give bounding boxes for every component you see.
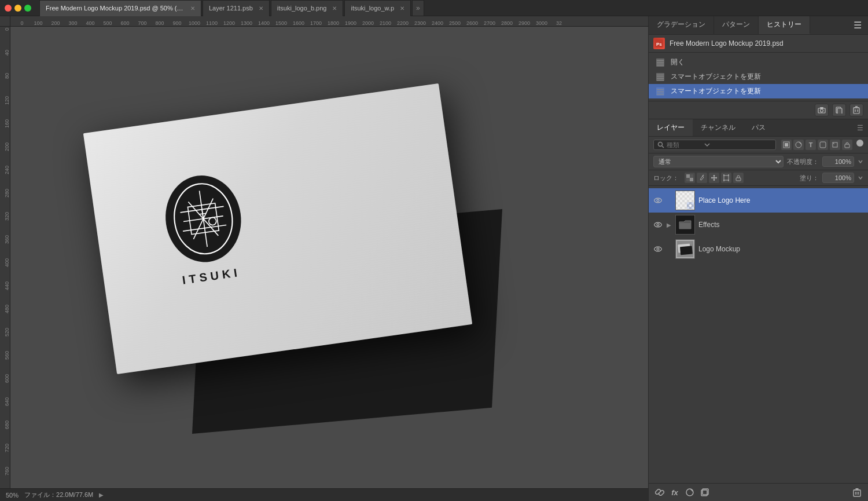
eye-icon-logo-mockup[interactable] — [653, 244, 663, 254]
fx-icon[interactable]: fx — [668, 486, 681, 499]
history-item-update1[interactable]: スマートオブジェクトを更新 — [649, 70, 868, 84]
lock-artboard-icon[interactable] — [721, 173, 731, 183]
layers-toolbar: T — [649, 137, 868, 153]
lock-move-icon[interactable] — [709, 173, 719, 183]
tab-itsuki-b[interactable]: itsuki_logo_b.png ✕ — [271, 0, 344, 16]
close-button[interactable] — [5, 5, 12, 12]
tab-main[interactable]: Free Modern Logo Mockup 2019.psd @ 50% (… — [39, 0, 201, 16]
fill-input[interactable] — [822, 173, 854, 183]
ruler-v-280: 280 — [0, 189, 10, 198]
tab-history[interactable]: ヒストリー — [759, 16, 810, 34]
ruler-mark-900: 900 — [172, 20, 181, 26]
maximize-button[interactable] — [24, 5, 31, 12]
filter-lock-icon[interactable] — [842, 140, 852, 150]
filter-shape-icon[interactable] — [818, 140, 828, 150]
layer-search-input[interactable] — [667, 141, 701, 148]
filter-adjust-icon[interactable] — [793, 140, 804, 150]
lock-all-icon[interactable] — [733, 173, 744, 183]
filter-pixel-icon[interactable] — [781, 140, 792, 150]
ruler-v-240: 240 — [0, 166, 10, 174]
svg-point-59 — [654, 222, 661, 227]
layer-name-logo-mockup: Logo Mockup — [698, 245, 863, 253]
logo-oval — [160, 170, 247, 267]
ruler-v-520: 520 — [0, 328, 10, 337]
lock-paint-icon[interactable] — [697, 173, 707, 183]
ruler-mark-1300: 1300 — [241, 20, 252, 26]
new-layer-icon[interactable] — [698, 486, 711, 499]
title-bar: Free Modern Logo Mockup 2019.psd @ 50% (… — [0, 0, 868, 16]
svg-rect-66 — [680, 246, 693, 255]
tab-itsuki-w[interactable]: itsuki_logo_w.p ✕ — [344, 0, 411, 16]
ruler-v-400: 400 — [0, 258, 10, 267]
snapshot-btn[interactable] — [815, 104, 829, 116]
filter-type-icon[interactable]: T — [806, 140, 816, 150]
tab-itsuki-w-close[interactable]: ✕ — [400, 5, 404, 12]
expand-arrow-effects[interactable]: ▶ — [666, 222, 672, 228]
ruler-v-680: 680 — [0, 420, 10, 429]
ruler-mark-400: 400 — [86, 20, 94, 26]
panel-menu-btn[interactable]: ☰ — [851, 19, 865, 32]
layer-item-place-logo[interactable]: Place Logo Here — [649, 188, 868, 213]
ruler-mark-2900: 2900 — [518, 20, 530, 26]
svg-rect-31 — [845, 144, 849, 148]
ruler-v-480: 480 — [0, 305, 10, 313]
tab-itsuki-b-close[interactable]: ✕ — [332, 5, 337, 12]
ruler-mark-2700: 2700 — [484, 20, 495, 26]
ruler-mark-2100: 2100 — [380, 20, 391, 26]
lock-transparent-icon[interactable] — [685, 173, 695, 183]
new-doc-btn[interactable] — [832, 104, 846, 116]
layers-list: Place Logo Here ▶ — [649, 186, 868, 483]
svg-marker-39 — [713, 175, 715, 176]
history-item-open[interactable]: 開く — [649, 55, 868, 70]
svg-marker-42 — [716, 177, 717, 179]
tab-layer1211[interactable]: Layer 1211.psb ✕ — [203, 0, 270, 16]
layers-panel-menu[interactable]: ☰ — [852, 119, 868, 136]
canvas-viewport[interactable]: ITSUKI — [10, 27, 648, 488]
layer-item-logo-mockup[interactable]: Logo Mockup — [649, 237, 868, 261]
delete-layer-icon[interactable] — [851, 486, 863, 499]
filter-toggle-dot[interactable] — [856, 140, 863, 147]
ruler-mark-1600: 1600 — [293, 20, 304, 26]
new-fill-layer-icon[interactable] — [683, 486, 696, 499]
tab-pattern[interactable]: パターン — [714, 16, 759, 34]
tab-main-close[interactable]: ✕ — [190, 5, 195, 12]
ruler-mark-3000: 3000 — [536, 20, 547, 26]
opacity-input[interactable] — [822, 156, 854, 167]
ruler-mark-100: 100 — [34, 20, 42, 26]
file-thumb-icon: Ps — [653, 38, 665, 49]
tab-layers[interactable]: レイヤー — [649, 119, 693, 136]
tab-paths[interactable]: パス — [744, 119, 774, 136]
lock-row: ロック： — [649, 170, 868, 186]
right-panel: グラデーション パターン ヒストリー ☰ Ps Free Modern Logo… — [648, 16, 868, 501]
eye-icon-place-logo[interactable] — [653, 196, 663, 205]
tab-channels[interactable]: チャンネル — [693, 119, 744, 136]
ruler-mark-1500: 1500 — [275, 20, 287, 26]
tab-gradation[interactable]: グラデーション — [649, 16, 714, 34]
panel-tabs-spacer — [810, 16, 847, 34]
svg-rect-43 — [724, 175, 729, 180]
ruler-v-160: 160 — [0, 119, 10, 128]
ruler-v-560: 560 — [0, 351, 10, 360]
svg-rect-18 — [854, 108, 859, 114]
tab-overflow[interactable]: » — [412, 0, 424, 16]
ruler-mark-1000: 1000 — [189, 20, 200, 26]
filter-smart-icon[interactable] — [830, 140, 840, 150]
history-item-update2[interactable]: スマートオブジェクトを更新 — [649, 84, 868, 98]
ruler-mark-1800: 1800 — [328, 20, 339, 26]
layer-thumb-logo-mockup — [675, 239, 695, 259]
delete-state-btn[interactable] — [849, 104, 863, 116]
blend-mode-select[interactable]: 通常 — [653, 156, 784, 167]
layer-item-effects[interactable]: ▶ Effects — [649, 213, 868, 237]
link-icon[interactable] — [653, 486, 666, 499]
ruler-mark-1400: 1400 — [258, 20, 270, 26]
history-file-header: Ps Free Modern Logo Mockup 2019.psd — [649, 35, 868, 53]
minimize-button[interactable] — [14, 5, 21, 12]
ruler-mark-0: 0 — [20, 20, 23, 26]
svg-point-14 — [821, 109, 823, 112]
tab-layer1211-close[interactable]: ✕ — [259, 5, 263, 12]
ruler-mark-1200: 1200 — [223, 20, 235, 26]
eye-icon-effects[interactable] — [653, 220, 663, 229]
status-arrow[interactable]: ▶ — [99, 492, 104, 498]
ruler-v-0: 0 — [0, 28, 10, 31]
svg-text:Ps: Ps — [656, 42, 662, 47]
